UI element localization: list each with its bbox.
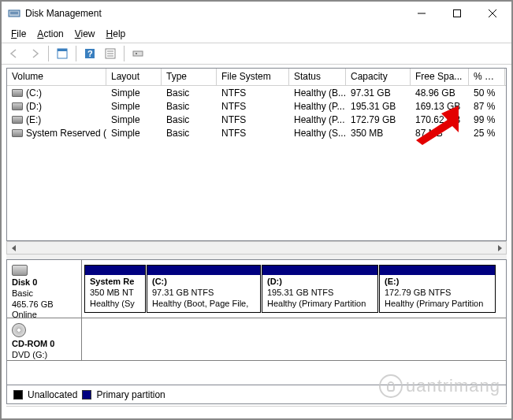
legend-primary-swatch bbox=[82, 390, 91, 400]
disk-label[interactable]: Disk 0 Basic 465.76 GB Online bbox=[7, 260, 82, 318]
disk-partitions: System Re 350 MB NT Healthy (Sy (C:) 97.… bbox=[82, 260, 506, 318]
partition[interactable]: (C:) 97.31 GB NTFS Healthy (Boot, Page F… bbox=[147, 265, 261, 313]
disk-management-icon bbox=[8, 7, 20, 20]
disk-row: Disk 0 Basic 465.76 GB Online System Re … bbox=[7, 260, 506, 318]
scroll-right-icon[interactable] bbox=[493, 242, 506, 254]
back-button bbox=[5, 45, 24, 62]
toolbar-settings-button[interactable] bbox=[128, 45, 147, 62]
svg-rect-2 bbox=[10, 13, 18, 14]
svg-rect-4 bbox=[453, 10, 460, 17]
volume-layout: Simple bbox=[106, 101, 162, 112]
disk-graphic-pane: Disk 0 Basic 465.76 GB Online System Re … bbox=[6, 259, 507, 385]
toolbar-list-button[interactable] bbox=[101, 45, 120, 62]
partition-status: Healthy (Primary Partition bbox=[385, 299, 490, 310]
volume-type: Basic bbox=[162, 101, 217, 112]
help-button[interactable]: ? bbox=[80, 45, 99, 62]
disk-kind: DVD (G:) bbox=[12, 350, 78, 361]
menu-file[interactable]: File bbox=[6, 27, 31, 41]
volume-free: 170.62 GB bbox=[411, 114, 469, 125]
partition-name: (C:) bbox=[152, 277, 255, 288]
close-button[interactable] bbox=[474, 2, 510, 24]
partition[interactable]: System Re 350 MB NT Healthy (Sy bbox=[84, 265, 146, 313]
partition-status: Healthy (Sy bbox=[90, 299, 140, 310]
svg-point-16 bbox=[136, 53, 137, 54]
partition[interactable]: (E:) 172.79 GB NTFS Healthy (Primary Par… bbox=[379, 265, 496, 313]
volume-scrollbar[interactable] bbox=[6, 241, 507, 255]
toolbar-view-button[interactable] bbox=[53, 45, 72, 62]
volume-status: Healthy (P... bbox=[289, 101, 346, 112]
svg-rect-15 bbox=[133, 51, 143, 56]
volume-type: Basic bbox=[162, 114, 217, 125]
volume-status: Healthy (B... bbox=[289, 87, 346, 98]
scroll-left-icon[interactable] bbox=[7, 242, 20, 254]
volume-name: (E:) bbox=[26, 114, 41, 125]
volume-type: Basic bbox=[162, 87, 217, 98]
col-pctfree[interactable]: % Free bbox=[469, 69, 505, 85]
volume-free: 87 MB bbox=[411, 128, 469, 139]
volume-free: 169.13 GB bbox=[411, 101, 469, 112]
disk-partitions bbox=[82, 318, 506, 360]
volume-pctfree: 99 % bbox=[469, 114, 505, 125]
svg-rect-8 bbox=[58, 49, 67, 51]
volume-fs: NTFS bbox=[217, 101, 289, 112]
minimize-button[interactable] bbox=[403, 2, 439, 24]
drive-icon bbox=[12, 129, 23, 137]
partition-name: (D:) bbox=[267, 277, 373, 288]
menu-view[interactable]: View bbox=[70, 27, 100, 41]
partition-size: 350 MB NT bbox=[90, 288, 140, 299]
volume-capacity: 350 MB bbox=[346, 128, 411, 139]
forward-button bbox=[25, 45, 44, 62]
col-capacity[interactable]: Capacity bbox=[346, 69, 411, 85]
volume-name: (C:) bbox=[26, 87, 42, 98]
col-filesystem[interactable]: File System bbox=[217, 69, 289, 85]
volume-name: (D:) bbox=[26, 101, 42, 112]
col-volume[interactable]: Volume bbox=[7, 69, 106, 85]
partition-size: 97.31 GB NTFS bbox=[152, 288, 255, 299]
volume-name: System Reserved (... bbox=[26, 128, 106, 139]
partition-name: System Re bbox=[90, 277, 140, 288]
maximize-button[interactable] bbox=[439, 2, 474, 24]
disk-name: Disk 0 bbox=[12, 277, 78, 288]
legend: Unallocated Primary partition bbox=[6, 385, 507, 404]
partition-size: 172.79 GB NTFS bbox=[385, 288, 490, 299]
volume-free: 48.96 GB bbox=[411, 87, 469, 98]
col-type[interactable]: Type bbox=[162, 69, 217, 85]
legend-unallocated-swatch bbox=[13, 390, 23, 400]
volume-layout: Simple bbox=[106, 114, 162, 125]
volume-capacity: 97.31 GB bbox=[346, 87, 411, 98]
toolbar: ? bbox=[2, 43, 511, 65]
window-title: Disk Management bbox=[25, 8, 403, 19]
volume-capacity: 172.79 GB bbox=[346, 114, 411, 125]
volume-list[interactable]: Volume Layout Type File System Status Ca… bbox=[6, 68, 507, 241]
volume-pctfree: 50 % bbox=[469, 87, 505, 98]
disk-name: CD-ROM 0 bbox=[12, 339, 78, 350]
drive-icon bbox=[12, 102, 23, 110]
col-status[interactable]: Status bbox=[289, 69, 346, 85]
status-bar bbox=[6, 406, 507, 417]
disk-kind: Basic bbox=[12, 288, 78, 299]
menu-help[interactable]: Help bbox=[102, 27, 131, 41]
volume-fs: NTFS bbox=[217, 87, 289, 98]
legend-primary-label: Primary partition bbox=[96, 389, 165, 400]
volume-layout: Simple bbox=[106, 87, 162, 98]
volume-fs: NTFS bbox=[217, 114, 289, 125]
volume-pctfree: 25 % bbox=[469, 128, 505, 139]
volume-list-header: Volume Layout Type File System Status Ca… bbox=[7, 69, 506, 86]
partition[interactable]: (D:) 195.31 GB NTFS Healthy (Primary Par… bbox=[262, 265, 378, 313]
disk-label[interactable]: CD-ROM 0 DVD (G:) bbox=[7, 318, 82, 360]
drive-icon bbox=[12, 116, 23, 124]
volume-row[interactable]: (C:)SimpleBasicNTFSHealthy (B...97.31 GB… bbox=[7, 86, 506, 99]
partition-status: Healthy (Boot, Page File, bbox=[152, 299, 255, 310]
volume-status: Healthy (S... bbox=[289, 128, 346, 139]
partition-status: Healthy (Primary Partition bbox=[267, 299, 373, 310]
volume-fs: NTFS bbox=[217, 128, 289, 139]
drive-icon bbox=[12, 89, 23, 97]
menu-action[interactable]: Action bbox=[32, 27, 68, 41]
volume-type: Basic bbox=[162, 128, 217, 139]
volume-row[interactable]: (E:)SimpleBasicNTFSHealthy (P...172.79 G… bbox=[7, 113, 506, 126]
volume-row[interactable]: System Reserved (...SimpleBasicNTFSHealt… bbox=[7, 126, 506, 139]
volume-row[interactable]: (D:)SimpleBasicNTFSHealthy (P...195.31 G… bbox=[7, 99, 506, 113]
col-freespace[interactable]: Free Spa... bbox=[411, 69, 469, 85]
volume-pctfree: 87 % bbox=[469, 101, 505, 112]
col-layout[interactable]: Layout bbox=[106, 69, 162, 85]
